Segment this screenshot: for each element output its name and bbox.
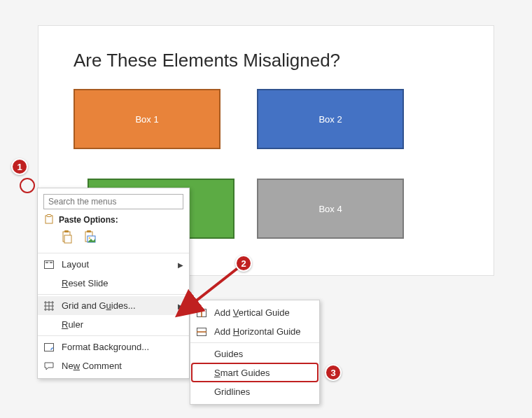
svg-rect-12 [45, 343, 54, 351]
menu-item-ruler[interactable]: Ruler [38, 315, 189, 334]
menu-item-reset-slide[interactable]: Reset Slide [38, 274, 189, 293]
svg-rect-3 [64, 230, 69, 232]
callout-highlight-box [191, 363, 318, 382]
menu-item-label: Ruler [62, 319, 83, 330]
svg-point-8 [89, 237, 90, 239]
shape-box-4[interactable]: Box 4 [257, 179, 404, 239]
comment-icon [43, 361, 55, 372]
grid-icon [43, 300, 55, 312]
box-1-label: Box 1 [135, 114, 158, 125]
menu-item-format-background[interactable]: Format Background... [38, 337, 189, 356]
menu-item-label: New Comment [62, 361, 122, 371]
menu-search-input[interactable] [43, 194, 183, 209]
svg-rect-1 [47, 215, 51, 217]
svg-rect-6 [87, 230, 91, 232]
paste-keep-source-button[interactable] [59, 229, 76, 246]
callout-badge-3: 3 [325, 364, 342, 381]
svg-rect-11 [50, 262, 52, 263]
shape-box-2[interactable]: Box 2 [257, 89, 404, 149]
slide-title: Are These Elements Misaligned? [74, 50, 340, 71]
clipboard-icon [44, 214, 54, 224]
submenu-add-horizontal-guide[interactable]: Add Horizontal Guide [190, 322, 319, 341]
paste-options-header: Paste Options: [38, 214, 189, 228]
menu-item-layout[interactable]: Layout ▶ [38, 255, 189, 274]
shape-box-1[interactable]: Box 1 [74, 89, 220, 149]
format-background-icon [43, 342, 55, 353]
menu-item-label: Layout [62, 259, 89, 270]
box-4-label: Box 4 [318, 204, 342, 214]
context-menu: Paste Options: Layout ▶ Reset Slide Grid… [37, 188, 190, 379]
layout-icon [43, 259, 55, 270]
menu-item-label: Format Background... [62, 342, 149, 352]
callout-target-circle [20, 178, 35, 193]
submenu-guides[interactable]: Guides [190, 344, 319, 363]
menu-item-label: Guides [214, 349, 243, 359]
menu-item-label: Grid and Guides... [62, 300, 136, 311]
callout-badge-2: 2 [235, 255, 252, 272]
paste-picture-button[interactable] [81, 229, 98, 246]
grid-guides-submenu: Add Vertical Guide Add Horizontal Guide … [190, 300, 320, 405]
box-2-label: Box 2 [318, 114, 342, 125]
menu-item-grid-and-guides[interactable]: Grid and Guides... ▶ [38, 296, 189, 315]
callout-badge-1: 1 [11, 158, 28, 175]
svg-rect-4 [64, 235, 71, 243]
svg-rect-10 [46, 262, 48, 263]
submenu-gridlines[interactable]: Gridlines [190, 382, 319, 401]
horizontal-guide-icon [196, 326, 207, 337]
menu-item-label: Reset Slide [62, 278, 108, 288]
menu-item-new-comment[interactable]: New Comment [38, 356, 189, 375]
svg-line-13 [190, 265, 242, 305]
menu-item-label: Gridlines [214, 386, 250, 397]
menu-item-label: Add Horizontal Guide [214, 326, 301, 337]
